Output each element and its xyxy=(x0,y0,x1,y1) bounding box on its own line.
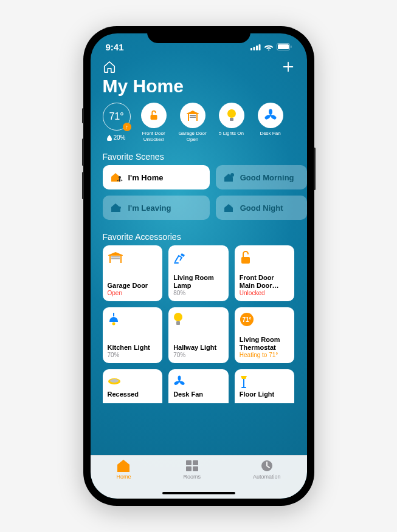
phone-frame: 9:41 My Home 71°↑ 20% Front Door Unlocke… xyxy=(83,26,314,506)
svg-rect-45 xyxy=(186,466,192,471)
tab-home[interactable]: Home xyxy=(116,459,131,480)
svg-rect-25 xyxy=(111,256,120,257)
temperature-summary[interactable]: 71°↑ 20% xyxy=(103,103,131,141)
scene-label: Good Night xyxy=(240,203,283,213)
svg-rect-2 xyxy=(256,46,258,50)
svg-rect-44 xyxy=(193,460,198,465)
cellular-icon xyxy=(250,44,261,50)
summary-row: 71°↑ 20% Front Door Unlocked Garage Door… xyxy=(91,103,307,146)
accessory-front-door[interactable]: Front Door Main Door…Unlocked xyxy=(235,245,295,301)
accessories-section-label: Favorite Accessories xyxy=(91,226,307,245)
fan-icon xyxy=(173,375,185,387)
accessory-name: Living Room Lamp xyxy=(173,274,224,290)
svg-rect-41 xyxy=(243,379,244,387)
temperature-value: 71° xyxy=(109,111,123,122)
svg-rect-9 xyxy=(196,114,198,121)
scene-im-leaving[interactable]: I'm Leaving xyxy=(103,196,210,220)
accessories-grid-partial: Recessed Desk Fan Floor Light xyxy=(91,369,307,403)
humidity-value: 20% xyxy=(113,134,125,141)
svg-point-20 xyxy=(119,206,121,209)
status-indicators xyxy=(250,43,292,50)
svg-point-12 xyxy=(227,109,236,118)
summary-garage-label: Garage Door Open xyxy=(177,131,209,142)
svg-rect-3 xyxy=(258,44,260,50)
home-moon-icon xyxy=(223,203,235,213)
summary-lock[interactable]: Front Door Unlocked xyxy=(138,103,170,142)
bulb-icon xyxy=(226,109,237,122)
tab-rooms[interactable]: Rooms xyxy=(183,459,201,480)
accessory-state: Open xyxy=(108,290,158,296)
summary-lights[interactable]: 5 Lights On xyxy=(216,103,247,137)
home-icon[interactable] xyxy=(103,60,116,73)
scene-im-home[interactable]: I'm Home xyxy=(103,165,210,189)
summary-garage[interactable]: Garage Door Open xyxy=(177,103,209,142)
droplet-icon xyxy=(107,135,112,141)
scene-label: I'm Leaving xyxy=(128,203,171,213)
home-sun-icon xyxy=(223,172,235,182)
svg-rect-5 xyxy=(278,44,289,49)
battery-icon xyxy=(277,43,292,50)
accessory-name: Living Room Thermostat xyxy=(240,336,290,352)
svg-rect-19 xyxy=(119,179,120,182)
accessory-state: 70% xyxy=(173,352,224,358)
accessory-living-room-lamp[interactable]: Living Room Lamp80% xyxy=(168,245,229,301)
garage-icon xyxy=(108,251,123,264)
accessory-desk-fan[interactable]: Desk Fan xyxy=(168,369,229,403)
lock-open-icon xyxy=(147,109,161,122)
summary-fan-label: Desk Fan xyxy=(260,131,280,137)
svg-rect-13 xyxy=(230,118,233,121)
accessory-name: Recessed xyxy=(108,390,158,398)
svg-rect-6 xyxy=(291,46,292,48)
svg-point-31 xyxy=(174,313,182,321)
garage-icon xyxy=(185,109,200,121)
status-bar: 9:41 xyxy=(91,33,307,60)
accessory-name: Kitchen Light xyxy=(108,344,158,352)
desk-lamp-icon xyxy=(173,251,187,264)
page-title: My Home xyxy=(91,76,307,103)
svg-rect-1 xyxy=(253,47,255,50)
summary-fan[interactable]: Desk Fan xyxy=(255,103,286,137)
tab-bar: Home Rooms Automation xyxy=(91,455,307,499)
floor-lamp-icon xyxy=(240,375,248,388)
svg-rect-42 xyxy=(241,387,246,388)
screen: 9:41 My Home 71°↑ 20% Front Door Unlocke… xyxy=(91,33,307,499)
add-icon[interactable] xyxy=(281,60,295,73)
svg-rect-21 xyxy=(119,209,120,212)
svg-text:71°: 71° xyxy=(242,316,251,323)
tab-label: Home xyxy=(116,474,131,480)
scene-label: Good Morning xyxy=(240,173,294,182)
svg-point-30 xyxy=(112,322,115,326)
scenes-grid: I'm Home I'm Leaving Good Morning Good N… xyxy=(91,165,307,226)
svg-point-15 xyxy=(269,109,272,115)
accessory-name: Desk Fan xyxy=(173,390,224,398)
accessories-grid: Garage DoorOpen Living Room Lamp80% Fron… xyxy=(91,245,307,363)
thermostat-icon: 71° xyxy=(240,312,254,327)
home-indicator[interactable] xyxy=(162,492,235,494)
scene-label: I'm Home xyxy=(128,173,164,182)
accessory-thermostat[interactable]: 71° Living Room ThermostatHeating to 71° xyxy=(235,307,295,363)
home-arrive-icon xyxy=(110,172,123,183)
home-leave-icon xyxy=(110,202,123,213)
svg-point-38 xyxy=(178,376,181,381)
svg-point-36 xyxy=(110,379,119,383)
accessory-kitchen-light[interactable]: Kitchen Light70% xyxy=(103,307,163,363)
accessory-recessed[interactable]: Recessed xyxy=(103,369,163,403)
svg-rect-10 xyxy=(190,115,196,116)
accessory-hallway-light[interactable]: Hallway Light70% xyxy=(168,307,229,363)
accessory-garage-door[interactable]: Garage DoorOpen xyxy=(103,245,163,301)
scene-good-morning[interactable]: Good Morning xyxy=(216,165,307,189)
scene-good-night[interactable]: Good Night xyxy=(216,196,307,220)
svg-rect-32 xyxy=(176,321,180,325)
fan-icon xyxy=(264,109,277,122)
svg-rect-23 xyxy=(109,256,111,263)
rooms-tab-icon xyxy=(185,459,199,472)
svg-point-18 xyxy=(119,176,121,179)
accessory-name: Front Door Main Door… xyxy=(240,274,290,290)
automation-tab-icon xyxy=(260,459,274,472)
wifi-icon xyxy=(264,44,274,50)
accessory-floor-light[interactable]: Floor Light xyxy=(235,369,295,403)
summary-lights-label: 5 Lights On xyxy=(219,131,244,137)
svg-rect-0 xyxy=(250,48,252,50)
tab-automation[interactable]: Automation xyxy=(253,459,281,480)
accessory-name: Garage Door xyxy=(108,282,158,290)
